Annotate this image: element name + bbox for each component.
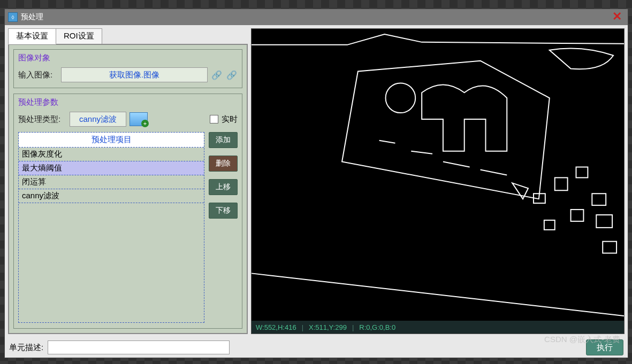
edge-image — [252, 29, 624, 321]
move-up-button[interactable]: 上移 — [209, 179, 238, 195]
delete-button[interactable]: 删除 — [209, 156, 238, 172]
preprocess-dialog: ◊ 预处理 ✕ 基本设置 ROI设置 图像对象 输入图像: 获取图像.图像 🔗 … — [4, 9, 628, 358]
preprocess-type-label: 预处理类型: — [18, 114, 66, 125]
unit-desc-input[interactable] — [48, 340, 230, 354]
group-title-image: 图像对象 — [18, 53, 238, 63]
svg-rect-1 — [555, 177, 568, 190]
input-image-label: 输入图像: — [18, 70, 58, 80]
execute-button[interactable]: 执行 — [586, 339, 623, 355]
list-item[interactable]: 闭运算 — [19, 175, 204, 189]
svg-rect-5 — [596, 215, 612, 228]
input-image-combo[interactable]: 获取图像.图像 — [61, 67, 208, 82]
left-panel: 基本设置 ROI设置 图像对象 输入图像: 获取图像.图像 🔗 🔗 预处理参数 — [8, 28, 248, 334]
dialog-body: 基本设置 ROI设置 图像对象 输入图像: 获取图像.图像 🔗 🔗 预处理参数 — [5, 25, 628, 337]
preprocess-type-row: 预处理类型: canny滤波 实时 — [18, 112, 238, 127]
status-sep: | — [302, 323, 303, 331]
preview-panel: W:552,H:416 | X:511,Y:299 | R:0,G:0,B:0 — [251, 28, 625, 334]
add-button[interactable]: 添加 — [209, 132, 238, 148]
tab-content: 图像对象 输入图像: 获取图像.图像 🔗 🔗 预处理参数 预处理类型: cann… — [8, 44, 248, 334]
tab-roi[interactable]: ROI设置 — [56, 28, 102, 44]
svg-rect-4 — [571, 210, 584, 221]
group-image-object: 图像对象 输入图像: 获取图像.图像 🔗 🔗 — [13, 49, 242, 88]
link-icon[interactable]: 🔗 — [211, 69, 223, 81]
svg-rect-3 — [592, 193, 606, 205]
tab-bar: 基本设置 ROI设置 — [8, 28, 248, 44]
realtime-label: 实时 — [222, 114, 238, 125]
tab-basic[interactable]: 基本设置 — [8, 28, 56, 44]
status-rgb: R:0,G:0,B:0 — [359, 323, 395, 331]
items-list: 预处理项目 图像灰度化 最大熵阈值 闭运算 canny滤波 — [18, 132, 204, 323]
svg-point-0 — [386, 83, 416, 113]
svg-rect-6 — [603, 242, 616, 253]
unit-desc-label: 单元描述: — [9, 343, 43, 353]
group-title-params: 预处理参数 — [18, 97, 238, 107]
preprocess-type-combo[interactable]: canny滤波 — [70, 112, 126, 127]
move-down-button[interactable]: 下移 — [209, 203, 238, 219]
window-title: 预处理 — [21, 12, 610, 22]
input-image-row: 输入图像: 获取图像.图像 🔗 🔗 — [18, 67, 238, 82]
status-sep: | — [352, 323, 354, 331]
group-preprocess-params: 预处理参数 预处理类型: canny滤波 实时 预处理项目 图像灰度化 — [13, 94, 242, 329]
titlebar: ◊ 预处理 ✕ — [5, 9, 628, 25]
dialog-footer: 单元描述: 执行 — [5, 337, 628, 358]
status-wh: W:552,H:416 — [256, 323, 296, 331]
list-item[interactable]: 最大熵阈值 — [19, 161, 204, 175]
list-item[interactable]: 图像灰度化 — [19, 148, 204, 161]
realtime-checkbox[interactable] — [210, 115, 218, 123]
app-icon: ◊ — [8, 12, 18, 22]
svg-rect-2 — [576, 167, 588, 178]
status-bar: W:552,H:416 | X:511,Y:299 | R:0,G:0,B:0 — [252, 321, 624, 334]
list-item[interactable]: canny滤波 — [19, 189, 204, 203]
status-xy: X:511,Y:299 — [309, 323, 347, 331]
svg-rect-7 — [544, 220, 555, 230]
close-icon[interactable]: ✕ — [610, 11, 625, 24]
item-buttons: 添加 删除 上移 下移 — [209, 132, 238, 323]
unlink-icon[interactable]: 🔗 — [226, 69, 238, 81]
add-image-icon[interactable] — [130, 112, 148, 126]
preview-canvas[interactable] — [252, 29, 624, 321]
items-header: 预处理项目 — [19, 133, 204, 148]
items-section: 预处理项目 图像灰度化 最大熵阈值 闭运算 canny滤波 添加 删除 上移 下… — [18, 132, 238, 323]
